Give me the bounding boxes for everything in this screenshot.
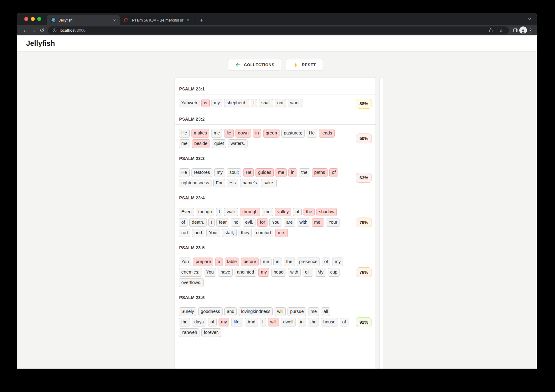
word-chip[interactable]: my (332, 258, 343, 266)
word-chip[interactable]: makes (191, 129, 210, 138)
chevron-down-icon[interactable] (527, 16, 532, 23)
word-chip[interactable]: prepare (193, 258, 213, 266)
address-bar[interactable]: localhost :3000 ☆ (48, 26, 509, 34)
word-chip[interactable]: me (179, 139, 190, 148)
word-chip[interactable]: for (257, 218, 267, 227)
new-tab-icon[interactable]: + (198, 16, 206, 24)
word-chip[interactable]: I (208, 218, 215, 227)
word-chip[interactable]: and (192, 229, 204, 237)
word-chip[interactable]: in (298, 318, 306, 326)
word-chip[interactable]: I (260, 318, 266, 326)
profile-avatar[interactable] (519, 26, 527, 34)
word-chip[interactable]: I (216, 208, 222, 216)
word-chip[interactable]: head (271, 268, 286, 277)
word-chip[interactable]: the (284, 258, 295, 266)
minimize-button[interactable] (31, 17, 35, 21)
reset-button[interactable]: RESET (286, 59, 323, 70)
word-chip[interactable]: and (224, 307, 237, 316)
word-chip[interactable]: not (275, 99, 286, 107)
zoom-button[interactable] (37, 17, 41, 21)
word-chip[interactable]: shall (259, 99, 273, 107)
word-chip[interactable]: Your (206, 229, 220, 237)
word-chip[interactable]: all (321, 307, 331, 316)
word-chip[interactable]: pastures; (281, 129, 305, 138)
word-chip[interactable]: rod (179, 229, 190, 237)
word-chip[interactable]: soul; (227, 168, 241, 177)
word-chip[interactable]: Surely (179, 307, 196, 316)
word-chip[interactable]: table (225, 258, 239, 266)
word-chip[interactable]: beside (192, 139, 210, 148)
word-chip[interactable]: waters. (228, 139, 247, 148)
tab-2[interactable]: Psalm 56 KJV - Be merciful unt× (120, 15, 194, 25)
word-chip[interactable]: my (258, 268, 269, 277)
word-chip[interactable]: Your (326, 218, 340, 227)
word-chip[interactable]: will (275, 307, 286, 316)
word-chip[interactable]: staff, (222, 229, 236, 237)
word-chip[interactable]: lie (224, 129, 234, 138)
word-chip[interactable]: enemies; (179, 268, 202, 277)
back-icon[interactable]: ← (21, 26, 30, 34)
word-chip[interactable]: name’s (240, 179, 259, 187)
tab-1[interactable]: Jellyfish× (47, 15, 120, 25)
word-chip[interactable]: the (179, 318, 190, 326)
word-chip[interactable]: pursue (288, 307, 306, 316)
word-chip[interactable]: house (321, 318, 338, 326)
word-chip[interactable]: comfort (254, 229, 273, 237)
word-chip[interactable]: Yahweh (179, 328, 199, 337)
word-chip[interactable]: evil, (243, 218, 256, 227)
word-chip[interactable]: sake. (261, 179, 277, 187)
word-chip[interactable]: a (215, 258, 223, 266)
word-chip[interactable]: my (219, 318, 229, 326)
word-chip[interactable]: through (240, 208, 260, 216)
word-chip[interactable]: presence (297, 258, 320, 266)
word-chip[interactable]: with (288, 268, 301, 277)
reload-icon[interactable] (38, 26, 46, 34)
word-chip[interactable]: me (308, 307, 319, 316)
word-chip[interactable]: He (179, 129, 190, 138)
side-panel-icon[interactable] (511, 26, 519, 34)
word-chip[interactable]: quiet (212, 139, 226, 148)
word-chip[interactable]: though (196, 208, 214, 216)
word-chip[interactable]: He (243, 168, 254, 177)
word-chip[interactable]: in (253, 129, 261, 138)
word-chip[interactable]: they (239, 229, 252, 237)
word-chip[interactable]: me. (275, 229, 288, 237)
word-chip[interactable]: want. (288, 99, 304, 107)
collections-button[interactable]: COLLECTIONS (228, 59, 282, 70)
word-chip[interactable]: the (262, 208, 273, 216)
word-chip[interactable]: in (288, 168, 297, 177)
word-chip[interactable]: no (231, 218, 241, 227)
word-chip[interactable]: of (322, 258, 330, 266)
word-chip[interactable]: the (304, 208, 315, 216)
word-chip[interactable]: paths (312, 168, 328, 177)
share-icon[interactable] (487, 26, 495, 34)
forward-icon[interactable]: → (30, 26, 38, 34)
word-chip[interactable]: anointed (235, 268, 257, 277)
word-chip[interactable]: will (268, 318, 279, 326)
word-chip[interactable]: with (297, 218, 310, 227)
word-chip[interactable]: Even (179, 208, 194, 216)
word-chip[interactable]: life, (231, 318, 243, 326)
word-chip[interactable]: goodness (198, 307, 223, 316)
close-button[interactable] (24, 17, 28, 21)
word-chip[interactable]: me; (312, 218, 324, 227)
word-chip[interactable]: forever. (201, 328, 221, 337)
info-icon[interactable] (52, 26, 57, 34)
word-chip[interactable]: valley (275, 208, 291, 216)
word-chip[interactable]: For (213, 179, 225, 187)
word-chip[interactable]: green (263, 129, 280, 138)
word-chip[interactable]: my (211, 99, 222, 107)
word-chip[interactable]: restores (191, 168, 212, 177)
word-chip[interactable]: dwell (281, 318, 296, 326)
word-chip[interactable]: His (227, 179, 238, 187)
word-chip[interactable]: the (308, 318, 319, 326)
word-chip[interactable]: cup (328, 268, 340, 277)
word-chip[interactable]: oil; (303, 268, 313, 277)
word-chip[interactable]: overflows. (179, 278, 204, 287)
word-chip[interactable]: You (204, 268, 216, 277)
word-chip[interactable]: me (211, 129, 222, 138)
word-chip[interactable]: me (260, 258, 271, 266)
word-chip[interactable]: in (273, 258, 282, 266)
word-chip[interactable]: of (179, 218, 187, 227)
word-chip[interactable]: the (299, 168, 310, 177)
